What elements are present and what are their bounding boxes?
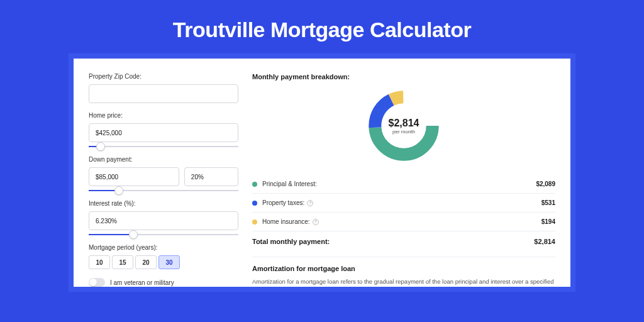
period-button-10[interactable]: 10 — [89, 255, 110, 269]
total-label: Total monthly payment: — [252, 238, 330, 245]
donut-amount: $2,814 — [389, 118, 419, 129]
veteran-toggle[interactable] — [89, 278, 105, 287]
form-column: Property Zip Code: Home price: Down paym… — [89, 73, 238, 287]
slider-thumb-icon[interactable] — [114, 186, 123, 195]
slider-thumb-icon[interactable] — [96, 142, 105, 151]
help-icon[interactable]: ? — [307, 200, 313, 206]
down-payment-slider[interactable] — [89, 190, 238, 191]
interest-rate-field: Interest rate (%): — [89, 200, 238, 235]
period-button-15[interactable]: 15 — [112, 255, 133, 269]
breakdown-row-insurance: Home insurance: ? $194 — [252, 213, 555, 231]
zip-input[interactable] — [89, 84, 238, 103]
breakdown-label-text: Property taxes: — [262, 199, 304, 206]
down-payment-label: Down payment: — [89, 156, 238, 163]
interest-rate-label: Interest rate (%): — [89, 200, 238, 207]
dot-icon — [252, 201, 257, 206]
period-button-20[interactable]: 20 — [135, 255, 157, 269]
breakdown-title: Monthly payment breakdown: — [252, 73, 555, 80]
amortization-title: Amortization for mortgage loan — [252, 265, 555, 272]
page-title: Troutville Mortgage Calculator — [0, 0, 644, 58]
breakdown-label: Principal & Interest: — [262, 180, 536, 187]
breakdown-label: Home insurance: ? — [262, 218, 541, 225]
calculator-card: Property Zip Code: Home price: Down paym… — [74, 58, 570, 287]
interest-rate-input[interactable] — [89, 211, 238, 230]
breakdown-column: Monthly payment breakdown: $2,814 per mo… — [252, 73, 555, 287]
dot-icon — [252, 219, 257, 225]
breakdown-value: $194 — [541, 218, 555, 225]
donut-sub: per month — [389, 129, 419, 135]
breakdown-row-taxes: Property taxes: ? $531 — [252, 194, 555, 213]
zip-field: Property Zip Code: — [89, 73, 238, 103]
slider-thumb-icon[interactable] — [129, 230, 138, 239]
breakdown-value: $531 — [541, 199, 555, 206]
total-value: $2,814 — [534, 238, 555, 245]
interest-rate-slider[interactable] — [89, 234, 238, 235]
zip-label: Property Zip Code: — [89, 73, 238, 80]
amortization-box: Amortization for mortgage loan Amortizat… — [252, 257, 555, 286]
down-payment-input[interactable] — [89, 167, 179, 186]
period-button-30[interactable]: 30 — [158, 255, 180, 269]
breakdown-label: Property taxes: ? — [262, 199, 541, 206]
veteran-row: I am veteran or military — [89, 278, 238, 287]
total-row: Total monthly payment: $2,814 — [252, 231, 555, 253]
home-price-field: Home price: — [89, 112, 238, 147]
home-price-label: Home price: — [89, 112, 238, 119]
home-price-input[interactable] — [89, 123, 238, 142]
breakdown-row-principal: Principal & Interest: $2,089 — [252, 175, 555, 194]
period-label: Mortgage period (years): — [89, 244, 238, 251]
period-buttons: 10 15 20 30 — [89, 255, 238, 269]
donut-chart: $2,814 per month — [252, 88, 555, 164]
amortization-text: Amortization for a mortgage loan refers … — [252, 277, 555, 286]
period-field: Mortgage period (years): 10 15 20 30 — [89, 244, 238, 269]
veteran-label: I am veteran or military — [110, 279, 174, 286]
breakdown-label-text: Home insurance: — [262, 218, 310, 225]
down-payment-pct-input[interactable] — [184, 167, 238, 186]
breakdown-value: $2,089 — [536, 180, 555, 187]
breakdown-label-text: Principal & Interest: — [262, 180, 317, 187]
down-payment-field: Down payment: — [89, 156, 238, 191]
help-icon[interactable]: ? — [313, 219, 319, 225]
home-price-slider[interactable] — [89, 146, 238, 147]
dot-icon — [252, 182, 257, 187]
donut-center: $2,814 per month — [389, 118, 419, 135]
